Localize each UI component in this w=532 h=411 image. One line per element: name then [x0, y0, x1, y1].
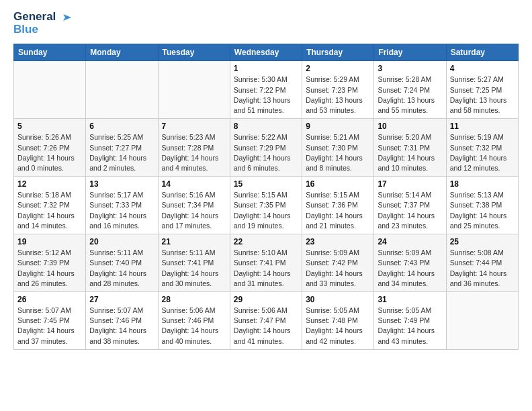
calendar-cell: 9Sunrise: 5:21 AMSunset: 7:30 PMDaylight…	[302, 119, 374, 177]
day-info: Sunrise: 5:26 AMSunset: 7:26 PMDaylight:…	[17, 132, 82, 173]
calendar-cell: 12Sunrise: 5:18 AMSunset: 7:32 PMDayligh…	[14, 177, 86, 234]
day-number: 5	[17, 122, 82, 131]
day-number: 1	[234, 64, 298, 73]
calendar-cell: 26Sunrise: 5:07 AMSunset: 7:45 PMDayligh…	[14, 291, 86, 349]
day-info: Sunrise: 5:20 AMSunset: 7:31 PMDaylight:…	[378, 132, 442, 173]
day-info: Sunrise: 5:16 AMSunset: 7:34 PMDaylight:…	[162, 190, 226, 231]
day-number: 20	[89, 237, 154, 246]
weekday-header-row: SundayMondayTuesdayWednesdayThursdayFrid…	[14, 44, 519, 61]
calendar-cell: 3Sunrise: 5:28 AMSunset: 7:24 PMDaylight…	[374, 61, 446, 119]
logo-general: General	[13, 10, 56, 23]
day-info: Sunrise: 5:11 AMSunset: 7:41 PMDaylight:…	[162, 248, 226, 289]
day-number: 31	[378, 295, 442, 304]
weekday-header-sunday: Sunday	[14, 44, 86, 61]
logo-blue: Blue	[13, 23, 38, 36]
day-info: Sunrise: 5:22 AMSunset: 7:29 PMDaylight:…	[234, 132, 298, 173]
calendar-cell: 1Sunrise: 5:30 AMSunset: 7:22 PMDaylight…	[230, 61, 302, 119]
day-number: 26	[17, 295, 82, 304]
day-number: 27	[89, 295, 154, 304]
calendar-cell	[86, 61, 158, 119]
day-number: 21	[162, 237, 226, 246]
logo: General Blue	[13, 11, 73, 36]
day-number: 13	[89, 179, 154, 189]
day-number: 12	[17, 179, 82, 189]
calendar-cell: 25Sunrise: 5:08 AMSunset: 7:44 PMDayligh…	[446, 234, 518, 292]
calendar-week-2: 5Sunrise: 5:26 AMSunset: 7:26 PMDaylight…	[14, 119, 519, 177]
day-info: Sunrise: 5:15 AMSunset: 7:36 PMDaylight:…	[306, 190, 370, 231]
calendar-cell: 28Sunrise: 5:06 AMSunset: 7:46 PMDayligh…	[158, 291, 230, 349]
calendar-cell: 21Sunrise: 5:11 AMSunset: 7:41 PMDayligh…	[158, 234, 230, 292]
calendar-cell	[14, 61, 86, 119]
weekday-header-thursday: Thursday	[302, 44, 374, 61]
calendar-cell	[446, 291, 518, 349]
day-info: Sunrise: 5:05 AMSunset: 7:48 PMDaylight:…	[306, 306, 370, 347]
day-info: Sunrise: 5:14 AMSunset: 7:37 PMDaylight:…	[378, 190, 442, 231]
calendar-cell: 29Sunrise: 5:06 AMSunset: 7:47 PMDayligh…	[230, 291, 302, 349]
calendar-cell: 11Sunrise: 5:19 AMSunset: 7:32 PMDayligh…	[446, 119, 518, 177]
day-info: Sunrise: 5:30 AMSunset: 7:22 PMDaylight:…	[234, 75, 298, 116]
day-info: Sunrise: 5:11 AMSunset: 7:40 PMDaylight:…	[89, 248, 154, 289]
day-info: Sunrise: 5:13 AMSunset: 7:38 PMDaylight:…	[450, 190, 515, 231]
calendar-week-3: 12Sunrise: 5:18 AMSunset: 7:32 PMDayligh…	[14, 177, 519, 234]
day-number: 30	[306, 295, 370, 304]
calendar-cell: 18Sunrise: 5:13 AMSunset: 7:38 PMDayligh…	[446, 177, 518, 234]
day-info: Sunrise: 5:18 AMSunset: 7:32 PMDaylight:…	[17, 190, 82, 231]
day-number: 28	[162, 295, 226, 304]
calendar-cell: 22Sunrise: 5:10 AMSunset: 7:41 PMDayligh…	[230, 234, 302, 292]
day-number: 7	[162, 122, 226, 131]
weekday-header-wednesday: Wednesday	[230, 44, 302, 61]
calendar-cell: 10Sunrise: 5:20 AMSunset: 7:31 PMDayligh…	[374, 119, 446, 177]
day-info: Sunrise: 5:19 AMSunset: 7:32 PMDaylight:…	[450, 132, 515, 173]
calendar-cell: 8Sunrise: 5:22 AMSunset: 7:29 PMDaylight…	[230, 119, 302, 177]
day-info: Sunrise: 5:25 AMSunset: 7:27 PMDaylight:…	[89, 132, 154, 173]
logo-wordmark: General Blue	[13, 11, 73, 36]
day-info: Sunrise: 5:07 AMSunset: 7:46 PMDaylight:…	[89, 306, 154, 347]
weekday-header-tuesday: Tuesday	[158, 44, 230, 61]
day-info: Sunrise: 5:06 AMSunset: 7:46 PMDaylight:…	[162, 306, 226, 347]
weekday-header-saturday: Saturday	[446, 44, 518, 61]
calendar-cell: 14Sunrise: 5:16 AMSunset: 7:34 PMDayligh…	[158, 177, 230, 234]
day-number: 15	[234, 179, 298, 189]
day-number: 24	[378, 237, 442, 246]
day-info: Sunrise: 5:06 AMSunset: 7:47 PMDaylight:…	[234, 306, 298, 347]
day-number: 17	[378, 179, 442, 189]
calendar-cell: 24Sunrise: 5:09 AMSunset: 7:43 PMDayligh…	[374, 234, 446, 292]
calendar-cell: 17Sunrise: 5:14 AMSunset: 7:37 PMDayligh…	[374, 177, 446, 234]
day-info: Sunrise: 5:05 AMSunset: 7:49 PMDaylight:…	[378, 306, 442, 347]
calendar-cell: 2Sunrise: 5:29 AMSunset: 7:23 PMDaylight…	[302, 61, 374, 119]
day-info: Sunrise: 5:15 AMSunset: 7:35 PMDaylight:…	[234, 190, 298, 231]
calendar-cell: 30Sunrise: 5:05 AMSunset: 7:48 PMDayligh…	[302, 291, 374, 349]
day-number: 8	[234, 122, 298, 131]
day-number: 14	[162, 179, 226, 189]
weekday-header-friday: Friday	[374, 44, 446, 61]
calendar-page: General Blue SundayMondayTuesdayWednesda…	[0, 0, 532, 358]
calendar-cell: 20Sunrise: 5:11 AMSunset: 7:40 PMDayligh…	[86, 234, 158, 292]
day-number: 25	[450, 237, 515, 246]
day-number: 4	[450, 64, 515, 73]
calendar-cell: 7Sunrise: 5:23 AMSunset: 7:28 PMDaylight…	[158, 119, 230, 177]
calendar-cell: 31Sunrise: 5:05 AMSunset: 7:49 PMDayligh…	[374, 291, 446, 349]
calendar-cell: 19Sunrise: 5:12 AMSunset: 7:39 PMDayligh…	[14, 234, 86, 292]
day-number: 29	[234, 295, 298, 304]
day-info: Sunrise: 5:12 AMSunset: 7:39 PMDaylight:…	[17, 248, 82, 289]
day-number: 16	[306, 179, 370, 189]
calendar-cell: 15Sunrise: 5:15 AMSunset: 7:35 PMDayligh…	[230, 177, 302, 234]
day-info: Sunrise: 5:23 AMSunset: 7:28 PMDaylight:…	[162, 132, 226, 173]
day-number: 19	[17, 237, 82, 246]
day-info: Sunrise: 5:09 AMSunset: 7:43 PMDaylight:…	[378, 248, 442, 289]
day-info: Sunrise: 5:29 AMSunset: 7:23 PMDaylight:…	[306, 75, 370, 116]
calendar-week-4: 19Sunrise: 5:12 AMSunset: 7:39 PMDayligh…	[14, 234, 519, 292]
day-info: Sunrise: 5:21 AMSunset: 7:30 PMDaylight:…	[306, 132, 370, 173]
calendar-cell	[158, 61, 230, 119]
day-info: Sunrise: 5:28 AMSunset: 7:24 PMDaylight:…	[378, 75, 442, 116]
day-number: 3	[378, 64, 442, 73]
calendar-cell: 23Sunrise: 5:09 AMSunset: 7:42 PMDayligh…	[302, 234, 374, 292]
day-number: 6	[89, 122, 154, 131]
logo-arrow-icon	[60, 11, 73, 24]
calendar-cell: 27Sunrise: 5:07 AMSunset: 7:46 PMDayligh…	[86, 291, 158, 349]
day-info: Sunrise: 5:09 AMSunset: 7:42 PMDaylight:…	[306, 248, 370, 289]
calendar-cell: 5Sunrise: 5:26 AMSunset: 7:26 PMDaylight…	[14, 119, 86, 177]
svg-marker-0	[63, 14, 71, 21]
day-number: 9	[306, 122, 370, 131]
day-info: Sunrise: 5:08 AMSunset: 7:44 PMDaylight:…	[450, 248, 515, 289]
